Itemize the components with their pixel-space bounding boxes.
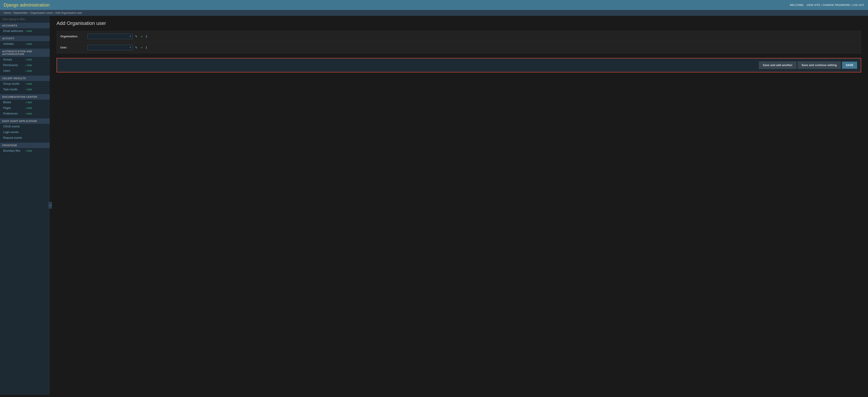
breadcrumb: Home › Stakeholder › Organisation users … bbox=[0, 10, 868, 16]
breadcrumb-current: Add Organisation user bbox=[55, 11, 82, 15]
sidebar-section-celery: CELERY RESULTS bbox=[0, 76, 50, 81]
user-select-wrapper bbox=[88, 45, 133, 50]
sidebar-section-docs: DOCUMENTATION CENTER bbox=[0, 94, 50, 100]
sidebar-item-permissions: Permissions + Add bbox=[0, 62, 50, 68]
sidebar-item-request-events: Request events bbox=[0, 135, 50, 141]
sidebar-add-activities[interactable]: + Add bbox=[25, 42, 48, 45]
sidebar-link-permissions[interactable]: Permissions bbox=[3, 64, 25, 67]
organisation-add-icon[interactable]: + bbox=[140, 34, 144, 39]
sidebar-section-auth: AUTHENTICATION AND AUTHORIZATION bbox=[0, 49, 50, 57]
sidebar-link-email-addresses[interactable]: Email addresses bbox=[3, 29, 25, 33]
sidebar-item-groups: Groups + Add bbox=[0, 57, 50, 62]
sidebar-link-blocks[interactable]: Blocks bbox=[3, 101, 25, 104]
organisation-info-icon[interactable]: ℹ bbox=[145, 34, 148, 39]
user-field-box: ✎ + ℹ bbox=[88, 45, 148, 50]
welcome-text: WELCOME, bbox=[790, 4, 804, 6]
sidebar-link-crud-events[interactable]: CRUD events bbox=[3, 125, 48, 128]
sidebar-link-activities[interactable]: Activities bbox=[3, 42, 25, 46]
organisation-select[interactable] bbox=[88, 34, 133, 39]
sidebar-item-login-events: Login events bbox=[0, 130, 50, 135]
sidebar-link-request-events[interactable]: Request events bbox=[3, 136, 48, 139]
sidebar-section-audit: EASY AUDIT APPLICATION bbox=[0, 118, 50, 124]
sidebar-item-activities: Activities + Add bbox=[0, 41, 50, 47]
sidebar-link-groups[interactable]: Groups bbox=[3, 58, 25, 61]
submit-row: Save and add another Save and continue e… bbox=[57, 58, 861, 73]
form-row-user: User: ✎ + ℹ bbox=[57, 42, 861, 53]
sidebar-add-preferences[interactable]: + Add bbox=[25, 112, 48, 115]
view-site-link[interactable]: VIEW SITE bbox=[807, 4, 820, 6]
save-and-add-another-button[interactable]: Save and add another bbox=[759, 62, 796, 69]
sidebar-link-preferences[interactable]: Preferences bbox=[3, 112, 25, 115]
sidebar-item-users: Users + Add bbox=[0, 68, 50, 74]
save-button[interactable]: SAVE bbox=[842, 62, 857, 69]
sidebar-section-activity: ACTIVITY bbox=[0, 36, 50, 41]
sidebar-add-pages[interactable]: + Add bbox=[25, 107, 48, 109]
sidebar-add-groups[interactable]: + Add bbox=[25, 58, 48, 61]
breadcrumb-stakeholder[interactable]: Stakeholder bbox=[13, 11, 28, 15]
site-title[interactable]: Django administration bbox=[4, 2, 50, 8]
sidebar-collapse-button[interactable]: « bbox=[49, 202, 52, 209]
sidebar-item-crud-events: CRUD events bbox=[0, 124, 50, 130]
sidebar-section-accounts: ACCOUNTS bbox=[0, 23, 50, 28]
sidebar-item-blocks: Blocks + Add bbox=[0, 100, 50, 105]
log-out-link[interactable]: LOG OUT bbox=[852, 4, 864, 6]
sidebar-link-boundary-files[interactable]: Boundary files bbox=[3, 149, 25, 152]
username bbox=[805, 4, 807, 6]
organisation-label: Organisation: bbox=[60, 35, 88, 38]
breadcrumb-organisation-users[interactable]: Organisation users bbox=[30, 11, 53, 15]
sidebar-link-pages[interactable]: Pages bbox=[3, 106, 25, 110]
sidebar-item-boundary-files: Boundary files + Add bbox=[0, 148, 50, 154]
user-select[interactable] bbox=[88, 45, 133, 50]
sidebar-link-users[interactable]: Users bbox=[3, 69, 25, 73]
user-edit-icon[interactable]: ✎ bbox=[134, 45, 138, 50]
form-module: Organisation: ✎ + ℹ User: bbox=[57, 31, 861, 53]
change-password-link[interactable]: CHANGE PASSWORD bbox=[823, 4, 850, 6]
organisation-select-wrapper bbox=[88, 34, 133, 39]
sidebar-section-frontend: FRONTEND bbox=[0, 143, 50, 148]
sidebar-item-pages: Pages + Add bbox=[0, 105, 50, 111]
sidebar-item-group-results: Group results + Add bbox=[0, 81, 50, 87]
organisation-field-box: ✎ + ℹ bbox=[88, 34, 148, 39]
sidebar-add-task-results[interactable]: + Add bbox=[25, 88, 48, 91]
user-tools: WELCOME, VIEW SITE / CHANGE PASSWORD / L… bbox=[790, 4, 864, 6]
sidebar-add-users[interactable]: + Add bbox=[25, 69, 48, 72]
save-and-continue-editing-button[interactable]: Save and continue editing bbox=[798, 62, 841, 69]
sidebar-add-permissions[interactable]: + Add bbox=[25, 64, 48, 66]
form-row-organisation: Organisation: ✎ + ℹ bbox=[57, 31, 861, 42]
user-add-icon[interactable]: + bbox=[140, 45, 144, 50]
user-label: User: bbox=[60, 46, 88, 49]
sidebar-add-blocks[interactable]: + Add bbox=[25, 101, 48, 104]
sidebar-add-email-addresses[interactable]: + Add bbox=[25, 30, 48, 32]
nav-sidebar: ACCOUNTS Email addresses + Add ACTIVITY … bbox=[0, 16, 50, 395]
header: Django administration WELCOME, VIEW SITE… bbox=[0, 0, 868, 10]
sidebar-link-login-events[interactable]: Login events bbox=[3, 131, 48, 134]
organisation-edit-icon[interactable]: ✎ bbox=[134, 34, 138, 39]
sidebar-link-task-results[interactable]: Task results bbox=[3, 88, 25, 91]
sidebar-item-preferences: Preferences + Add bbox=[0, 111, 50, 117]
sidebar-filter-input[interactable] bbox=[0, 16, 50, 23]
sidebar-item-email-addresses: Email addresses + Add bbox=[0, 28, 50, 34]
sidebar-item-task-results: Task results + Add bbox=[0, 87, 50, 92]
site-title-link[interactable]: Django administration bbox=[4, 2, 50, 7]
content-wrapper: Add Organisation user Organisation: ✎ + … bbox=[50, 16, 868, 395]
user-info-icon[interactable]: ℹ bbox=[145, 45, 148, 50]
sidebar-add-group-results[interactable]: + Add bbox=[25, 82, 48, 85]
page-title: Add Organisation user bbox=[57, 20, 861, 26]
main-container: ACCOUNTS Email addresses + Add ACTIVITY … bbox=[0, 16, 868, 395]
sidebar-link-group-results[interactable]: Group results bbox=[3, 82, 25, 85]
breadcrumb-home[interactable]: Home bbox=[4, 11, 11, 15]
sidebar-add-boundary-files[interactable]: + Add bbox=[25, 149, 48, 152]
